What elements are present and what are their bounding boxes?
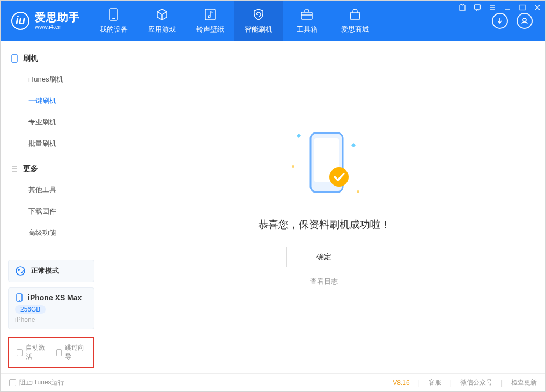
sidebar-item-itunes-flash[interactable]: iTunes刷机 (1, 69, 102, 90)
list-icon (10, 165, 19, 173)
tab-flash[interactable]: 智能刷机 (234, 1, 283, 41)
svg-point-3 (208, 16, 210, 18)
tab-store[interactable]: 爱思商城 (331, 1, 379, 41)
footer-link-support[interactable]: 客服 (429, 378, 441, 387)
device-capacity: 256GB (15, 305, 46, 314)
checkbox-icon (56, 349, 62, 356)
svg-rect-1 (112, 18, 115, 19)
device-type: iPhone (15, 316, 87, 323)
footer: 阻止iTunes运行 V8.16 | 客服 | 微信公众号 | 检查更新 (1, 373, 545, 391)
device-icon (15, 293, 24, 302)
sidebar-bottom: 正常模式 iPhone XS Max 256GB iPhone (1, 260, 102, 335)
checkbox-auto-activate[interactable]: 自动激活 (17, 343, 47, 361)
store-icon (348, 8, 362, 21)
svg-rect-7 (520, 5, 525, 10)
sidebar-group-more[interactable]: 更多 (1, 159, 102, 179)
app-window: iu 爱思助手 www.i4.cn 我的设备 应用游戏 铃声壁纸 智能刷机 (0, 0, 546, 392)
account-button[interactable] (517, 13, 533, 29)
app-domain: www.i4.cn (35, 24, 80, 31)
feedback-icon[interactable] (474, 4, 481, 13)
svg-point-16 (329, 167, 349, 187)
body: 刷机 iTunes刷机 一键刷机 专业刷机 批量刷机 更多 其他工具 下载固件 … (1, 41, 545, 373)
success-title: 恭喜您，保资料刷机成功啦！ (258, 218, 390, 232)
tab-toolbox[interactable]: 工具箱 (283, 1, 331, 41)
svg-point-11 (18, 269, 20, 271)
menu-icon[interactable] (489, 4, 496, 13)
checkbox-icon (17, 349, 23, 356)
skin-icon[interactable] (459, 4, 466, 13)
sidebar-item-download-firmware[interactable]: 下载固件 (1, 201, 102, 222)
refresh-shield-icon (252, 8, 265, 21)
sidebar-item-other-tools[interactable]: 其他工具 (1, 179, 102, 201)
main-content: 恭喜您，保资料刷机成功啦！ 确定 查看日志 (102, 41, 545, 373)
sidebar-list: 刷机 iTunes刷机 一键刷机 专业刷机 批量刷机 更多 其他工具 下载固件 … (1, 41, 102, 260)
sidebar: 刷机 iTunes刷机 一键刷机 专业刷机 批量刷机 更多 其他工具 下载固件 … (1, 41, 102, 373)
sidebar-item-batch-flash[interactable]: 批量刷机 (1, 133, 102, 154)
svg-point-5 (523, 18, 526, 21)
mode-card[interactable]: 正常模式 (8, 260, 94, 282)
mode-icon (15, 265, 26, 276)
tab-my-device[interactable]: 我的设备 (90, 1, 138, 41)
view-log-link[interactable]: 查看日志 (310, 277, 338, 286)
tab-ringtones[interactable]: 铃声壁纸 (186, 1, 234, 41)
confirm-button[interactable]: 确定 (286, 247, 361, 267)
minimize-button[interactable] (504, 4, 511, 13)
nav-tabs: 我的设备 应用游戏 铃声壁纸 智能刷机 工具箱 爱思商城 (90, 1, 379, 41)
toolbox-icon (300, 8, 314, 21)
sidebar-item-advanced[interactable]: 高级功能 (1, 222, 102, 243)
svg-rect-9 (13, 61, 16, 61)
device-name: iPhone XS Max (28, 293, 82, 302)
tab-apps[interactable]: 应用游戏 (138, 1, 186, 41)
footer-link-update[interactable]: 检查更新 (511, 378, 537, 387)
checkbox-skip-guide[interactable]: 跳过向导 (56, 343, 86, 361)
window-controls (459, 4, 541, 13)
mode-label: 正常模式 (31, 266, 59, 276)
close-button[interactable] (534, 4, 541, 13)
svg-point-13 (19, 300, 20, 301)
success-illustration (281, 128, 367, 203)
cube-icon (155, 8, 169, 21)
options-highlight-box: 自动激活 跳过向导 (8, 337, 94, 368)
checkbox-icon (9, 379, 16, 386)
sidebar-item-pro-flash[interactable]: 专业刷机 (1, 112, 102, 133)
device-icon (107, 8, 121, 21)
phone-icon (10, 54, 19, 63)
download-button[interactable] (492, 13, 508, 29)
sidebar-group-flash[interactable]: 刷机 (1, 48, 102, 69)
device-card[interactable]: iPhone XS Max 256GB iPhone (8, 287, 94, 329)
footer-link-wechat[interactable]: 微信公众号 (460, 378, 492, 387)
logo-icon: iu (11, 12, 29, 30)
svg-rect-4 (301, 12, 312, 19)
app-name: 爱思助手 (35, 11, 80, 24)
maximize-button[interactable] (519, 4, 526, 13)
svg-rect-6 (475, 5, 481, 9)
checkbox-block-itunes[interactable]: 阻止iTunes运行 (9, 378, 64, 387)
sidebar-item-one-click-flash[interactable]: 一键刷机 (1, 90, 102, 112)
version-label: V8.16 (393, 379, 409, 387)
music-icon (203, 8, 217, 21)
title-bar: iu 爱思助手 www.i4.cn 我的设备 应用游戏 铃声壁纸 智能刷机 (1, 1, 545, 41)
logo: iu 爱思助手 www.i4.cn (1, 1, 90, 41)
